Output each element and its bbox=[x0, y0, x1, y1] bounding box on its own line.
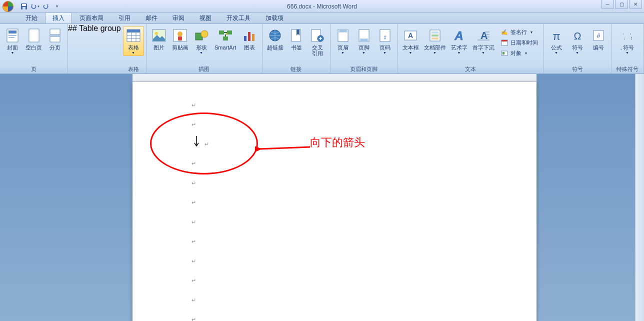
svg-rect-57 bbox=[502, 52, 504, 54]
special-symbol-button[interactable]: 、。—：！？ , 符号▼ bbox=[614, 26, 642, 56]
hyperlink-button[interactable]: 超链接 bbox=[264, 26, 286, 52]
hyperlink-icon bbox=[267, 28, 283, 44]
svg-rect-55 bbox=[502, 40, 508, 42]
group-tables-label: 表格 bbox=[122, 66, 145, 74]
group-headerfooter: 页眉▼ 页脚▼ # 页码▼ 页眉和页脚 bbox=[330, 24, 398, 74]
undo-button[interactable]: ▼ bbox=[30, 2, 40, 12]
close-button[interactable]: ✕ bbox=[629, 0, 642, 9]
picture-button[interactable]: 图片 bbox=[148, 26, 170, 52]
paragraph-mark: ↵ bbox=[192, 258, 209, 264]
bookmark-icon bbox=[288, 28, 304, 44]
symbol-button[interactable]: Ω 符号▼ bbox=[567, 26, 588, 56]
svg-text:。: 。 bbox=[630, 30, 634, 35]
textbox-button[interactable]: A 文本框▼ bbox=[400, 26, 422, 56]
svg-text:π: π bbox=[552, 30, 560, 42]
group-illustrations: 图片 剪贴画 形状▼ SmartArt 图表 插图 bbox=[146, 24, 262, 74]
wordart-button[interactable]: A 艺术字▼ bbox=[448, 26, 470, 56]
datetime-button[interactable]: 日期和时间 bbox=[498, 38, 540, 48]
undo-icon bbox=[30, 3, 36, 10]
dropcap-button[interactable]: A 首字下沉▼ bbox=[470, 26, 497, 56]
symbol-icon: Ω bbox=[570, 28, 586, 44]
svg-rect-1 bbox=[22, 4, 26, 6]
vertical-scrollbar[interactable] bbox=[635, 74, 644, 321]
office-button[interactable] bbox=[0, 0, 16, 13]
dropcap-icon: A bbox=[476, 28, 492, 44]
group-symbols-label: 符号 bbox=[545, 66, 610, 74]
paragraph-mark: ↵ bbox=[192, 102, 209, 108]
svg-rect-45 bbox=[432, 32, 438, 34]
svg-point-18 bbox=[155, 32, 158, 35]
svg-rect-47 bbox=[432, 38, 438, 40]
maximize-button[interactable]: ▢ bbox=[615, 0, 628, 9]
svg-rect-24 bbox=[219, 30, 224, 34]
cover-page-button[interactable]: 封面▼ bbox=[2, 26, 23, 56]
header-icon bbox=[335, 28, 351, 44]
footer-button[interactable]: 页脚▼ bbox=[354, 26, 374, 56]
svg-rect-4 bbox=[8, 30, 16, 34]
title-bar: ▼ ▼ 666.docx - Microsoft Word ─ ▢ ✕ bbox=[0, 0, 644, 13]
tab-addins[interactable]: 加载项 bbox=[258, 12, 291, 24]
header-button[interactable]: 页眉▼ bbox=[332, 26, 354, 56]
quick-access-toolbar: ▼ ▼ bbox=[19, 2, 62, 12]
blank-page-button[interactable]: 空白页 bbox=[23, 26, 44, 52]
object-button[interactable]: 对象▼ bbox=[498, 48, 540, 58]
smartart-button[interactable]: SmartArt bbox=[212, 26, 239, 52]
equation-button[interactable]: π 公式▼ bbox=[546, 26, 567, 56]
window-controls: ─ ▢ ✕ bbox=[601, 0, 642, 9]
svg-text:！: ！ bbox=[630, 36, 634, 41]
clipart-button[interactable]: 剪贴画 bbox=[170, 26, 191, 52]
svg-text:、: 、 bbox=[622, 30, 627, 35]
svg-rect-5 bbox=[8, 35, 16, 36]
page-break-button[interactable]: 分页 bbox=[44, 26, 66, 52]
textbox-icon: A bbox=[402, 28, 418, 44]
page-number-button[interactable]: # 页码▼ bbox=[374, 26, 396, 56]
chart-button[interactable]: 图表 bbox=[239, 26, 260, 52]
redo-button[interactable] bbox=[41, 2, 51, 12]
paragraph-mark: ↵ bbox=[192, 219, 209, 226]
signature-line-button[interactable]: ✍签名行▼ bbox=[498, 27, 540, 37]
page-break-icon bbox=[47, 28, 63, 44]
window-title: 666.docx - Microsoft Word bbox=[287, 3, 357, 10]
quickparts-icon bbox=[427, 28, 443, 44]
table-button[interactable]: 表格▼ bbox=[123, 26, 144, 56]
svg-rect-9 bbox=[50, 36, 60, 42]
svg-rect-6 bbox=[8, 37, 14, 38]
tab-review[interactable]: 审阅 bbox=[165, 12, 192, 24]
bookmark-button[interactable]: 书签 bbox=[286, 26, 307, 52]
tab-view[interactable]: 视图 bbox=[192, 12, 219, 24]
number-button[interactable]: # 编号 bbox=[588, 26, 609, 52]
blank-page-icon bbox=[26, 28, 42, 44]
svg-text:Ω: Ω bbox=[574, 30, 581, 42]
paragraph-mark: ↵ bbox=[192, 278, 209, 284]
number-icon: # bbox=[590, 28, 606, 44]
quickparts-button[interactable]: 文档部件▼ bbox=[422, 26, 448, 56]
tab-references[interactable]: 引用 bbox=[111, 12, 138, 24]
clipart-icon bbox=[172, 28, 188, 44]
save-button[interactable] bbox=[19, 2, 29, 12]
minimize-button[interactable]: ─ bbox=[601, 0, 614, 9]
svg-rect-12 bbox=[127, 30, 140, 32]
smartart-icon bbox=[218, 28, 234, 44]
svg-rect-26 bbox=[223, 36, 228, 40]
ribbon: 封面▼ 空白页 分页 页 ## Table group 表格▼ 表格 bbox=[0, 24, 644, 74]
tab-dev[interactable]: 开发工具 bbox=[219, 12, 258, 24]
group-illus-label: 插图 bbox=[148, 66, 261, 74]
shapes-icon bbox=[194, 28, 210, 44]
shapes-button[interactable]: 形状▼ bbox=[191, 26, 212, 56]
group-special-label: 特殊符号 bbox=[612, 66, 642, 74]
tab-mail[interactable]: 邮件 bbox=[138, 12, 165, 24]
svg-rect-46 bbox=[432, 34, 438, 36]
qat-customize-button[interactable]: ▼ bbox=[52, 2, 62, 12]
tab-start[interactable]: 开始 bbox=[18, 12, 45, 24]
wordart-icon: A bbox=[451, 28, 467, 44]
paragraph-mark: ↵ bbox=[192, 200, 209, 206]
redo-icon bbox=[42, 3, 50, 10]
tab-insert[interactable]: 插入 bbox=[45, 12, 72, 24]
equation-icon: π bbox=[548, 28, 564, 44]
annotation-arrow bbox=[255, 144, 315, 154]
horizontal-ruler[interactable] bbox=[132, 74, 536, 82]
crossref-button[interactable]: 交叉 引用 bbox=[307, 26, 328, 58]
tab-layout[interactable]: 页面布局 bbox=[72, 12, 111, 24]
special-symbol-icon: 、。—：！？ bbox=[620, 28, 636, 44]
page-number-icon: # bbox=[377, 28, 393, 44]
